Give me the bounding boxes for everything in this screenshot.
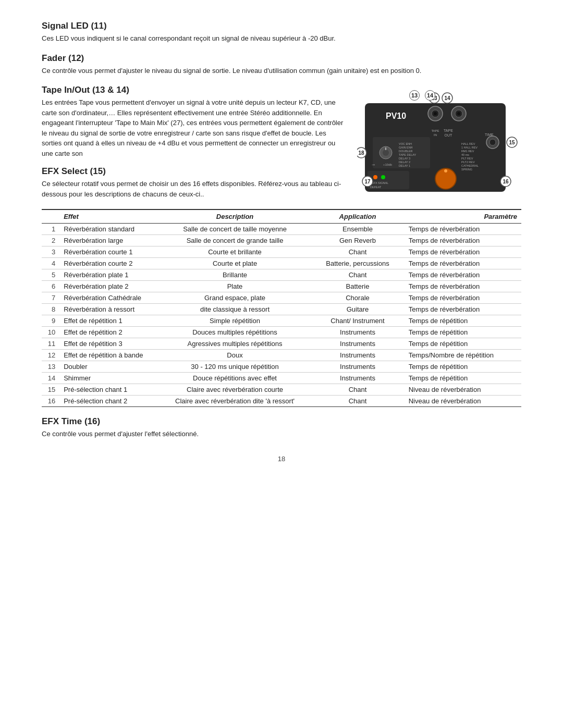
cell-parametre: Temps de réverbération [405, 246, 521, 258]
svg-text:DELAY 2: DELAY 2 [399, 161, 410, 164]
cell-num: 5 [42, 269, 59, 281]
cell-application: Chorale [311, 292, 404, 304]
svg-text:SIGNAL: SIGNAL [378, 181, 388, 184]
cell-application: Guitare [311, 304, 404, 315]
cell-effet: Shimmer [59, 373, 159, 384]
table-row: 11 Effet de répétition 3 Agressives mult… [42, 338, 521, 350]
svg-text:16: 16 [503, 179, 509, 184]
cell-effet: Réverbération à ressort [59, 304, 159, 315]
svg-text:GAIN ENH: GAIN ENH [399, 146, 413, 149]
table-row: 9 Effet de répétition 1 Simple répétitio… [42, 315, 521, 327]
cell-application: Batterie, percussions [311, 258, 404, 269]
cell-description: Claire avec réverbération courte [159, 384, 311, 396]
cell-application: Ensemble [311, 224, 404, 235]
cell-description: Courte et plate [159, 258, 311, 269]
cell-num: 15 [42, 384, 59, 396]
svg-text:DELAY 1: DELAY 1 [399, 164, 410, 167]
cell-parametre: Temps de répétition [405, 373, 521, 384]
table-row: 3 Réverbération courte 1 Courte et brill… [42, 246, 521, 258]
cell-description: dite classique à ressort [159, 304, 311, 315]
cell-num: 7 [42, 292, 59, 304]
cell-num: 10 [42, 327, 59, 338]
table-row: 15 Pré-sélection chant 1 Claire avec rév… [42, 384, 521, 396]
svg-point-35 [373, 175, 377, 179]
svg-point-4 [434, 112, 437, 115]
svg-text:HALL REV: HALL REV [461, 142, 475, 145]
cell-effet: Réverbération courte 1 [59, 246, 159, 258]
cell-description: Claire avec réverbération dite 'à ressor… [159, 396, 311, 407]
svg-text:CATHEDRAL: CATHEDRAL [461, 164, 479, 167]
cell-description: Simple répétition [159, 315, 311, 327]
table-row: 8 Réverbération à ressort dite classique… [42, 304, 521, 315]
cell-effet: Effet de répétition 2 [59, 327, 159, 338]
cell-num: 14 [42, 373, 59, 384]
device-svg: PV10 TAPE OUT TAPE IN [357, 90, 519, 200]
table-row: 12 Effet de répétition à bande Doux Inst… [42, 350, 521, 361]
cell-description: Douces multiples répétitions [159, 327, 311, 338]
col-header-num [42, 209, 59, 224]
cell-num: 1 [42, 224, 59, 235]
cell-application: Instruments [311, 327, 404, 338]
cell-num: 9 [42, 315, 59, 327]
device-illustration-col: 13 14 PV10 TAPE OUT [354, 85, 521, 200]
efx-time-title: EFX Time (16) [42, 416, 521, 427]
cell-description: Plate [159, 281, 311, 292]
fader-title: Fader (12) [42, 53, 521, 64]
svg-text:TAPE: TAPE [431, 129, 439, 132]
cell-effet: Pré-sélection chant 2 [59, 396, 159, 407]
table-row: 10 Effet de répétition 2 Douces multiple… [42, 327, 521, 338]
svg-point-36 [381, 175, 385, 179]
signal-led-section: Signal LED (11) Ces LED vous indiquent s… [42, 21, 521, 44]
signal-led-text: Ces LED vous indiquent si le canal corre… [42, 33, 521, 44]
col-header-description: Description [159, 209, 311, 224]
svg-text:DEFEAT: DEFEAT [370, 186, 382, 189]
table-row: 14 Shimmer Douce répétitions avec effet … [42, 373, 521, 384]
cell-num: 2 [42, 235, 59, 246]
cell-parametre: Temps de réverbération [405, 281, 521, 292]
svg-text:PLT REV: PLT REV [461, 157, 473, 160]
cell-parametre: Temps/Nombre de répétition [405, 350, 521, 361]
cell-description: Douce répétitions avec effet [159, 373, 311, 384]
cell-application: Batterie [311, 281, 404, 292]
cell-effet: Réverbération plate 2 [59, 281, 159, 292]
cell-description: Brillante [159, 269, 311, 281]
cell-parametre: Temps de réverbération [405, 269, 521, 281]
cell-application: Chant [311, 384, 404, 396]
table-row: 13 Doubler 30 - 120 ms unique répétition… [42, 361, 521, 373]
col-header-parametre: Paramètre [405, 209, 521, 224]
col-header-application: Application [311, 209, 404, 224]
cell-application: Chant [311, 269, 404, 281]
table-row: 4 Réverbération courte 2 Courte et plate… [42, 258, 521, 269]
svg-text:DELAY 3: DELAY 3 [399, 157, 410, 160]
cell-parametre: Temps de réverbération [405, 292, 521, 304]
cell-parametre: Temps de réverbération [405, 304, 521, 315]
svg-text:PV10: PV10 [386, 112, 406, 120]
table-row: 16 Pré-sélection chant 2 Claire avec rév… [42, 396, 521, 407]
cell-effet: Effet de répétition 3 [59, 338, 159, 350]
tape-inout-title: Tape In/Out (13 & 14) [42, 85, 344, 95]
fader-section: Fader (12) Ce contrôle vous permet d'aju… [42, 53, 521, 76]
cell-description: Courte et brillante [159, 246, 311, 258]
svg-text:18: 18 [358, 150, 364, 156]
cell-effet: Effet de répétition 1 [59, 315, 159, 327]
cell-description: Salle de concert de grande taille [159, 235, 311, 246]
cell-num: 4 [42, 258, 59, 269]
col-header-effet: Effet [59, 209, 159, 224]
tape-inout-section: Tape In/Out (13 & 14) Les entrées Tape v… [42, 85, 521, 200]
table-row: 1 Réverbération standard Salle de concer… [42, 224, 521, 235]
cell-parametre: Niveau de réverbération [405, 384, 521, 396]
svg-text:TAPE DELAY: TAPE DELAY [399, 153, 416, 156]
label-13: 13 [409, 90, 420, 101]
cell-parametre: Temps de réverbération [405, 235, 521, 246]
cell-application: Instruments [311, 350, 404, 361]
tape-inout-text: Les entrées Tape vous permettent d'envoy… [42, 97, 344, 158]
cell-application: Instruments [311, 373, 404, 384]
device-illustration: 13 14 PV10 TAPE OUT [357, 90, 519, 200]
cell-description: 30 - 120 ms unique répétition [159, 361, 311, 373]
efx-select-text: Ce sélecteur rotatif vous permet de choi… [42, 179, 344, 199]
svg-point-16 [383, 150, 389, 156]
cell-parametre: Temps de répétition [405, 338, 521, 350]
svg-text:RM1 REV: RM1 REV [461, 150, 474, 153]
svg-text:DOUBLER: DOUBLER [399, 150, 413, 153]
page-number: 18 [278, 455, 285, 463]
